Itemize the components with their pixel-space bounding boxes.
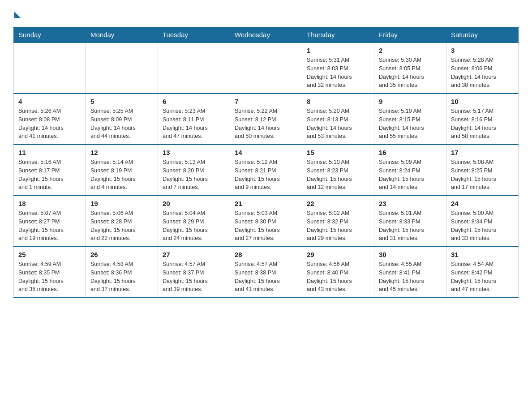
day-number: 20 [163,200,225,207]
day-info: Sunrise: 4:54 AM Sunset: 8:42 PM Dayligh… [451,260,514,294]
day-info: Sunrise: 5:00 AM Sunset: 8:34 PM Dayligh… [451,209,514,243]
calendar-day-cell: 26Sunrise: 4:58 AM Sunset: 8:36 PM Dayli… [86,247,158,298]
calendar-day-cell: 23Sunrise: 5:01 AM Sunset: 8:33 PM Dayli… [374,196,446,247]
day-info: Sunrise: 4:55 AM Sunset: 8:41 PM Dayligh… [379,260,442,294]
logo [13,9,22,18]
calendar-day-cell: 15Sunrise: 5:10 AM Sunset: 8:23 PM Dayli… [302,145,374,196]
calendar-week-row: 18Sunrise: 5:07 AM Sunset: 8:27 PM Dayli… [14,196,519,247]
day-info: Sunrise: 4:56 AM Sunset: 8:40 PM Dayligh… [307,260,369,294]
day-number: 4 [18,98,81,105]
calendar-day-cell: 2Sunrise: 5:30 AM Sunset: 8:05 PM Daylig… [374,43,446,94]
day-info: Sunrise: 4:58 AM Sunset: 8:36 PM Dayligh… [90,260,153,294]
weekday-header-friday: Friday [374,27,446,43]
day-info: Sunrise: 5:07 AM Sunset: 8:27 PM Dayligh… [18,209,81,243]
day-number: 13 [163,149,225,156]
calendar-day-cell [230,43,302,94]
day-info: Sunrise: 5:22 AM Sunset: 8:12 PM Dayligh… [235,107,297,141]
calendar-day-cell: 27Sunrise: 4:57 AM Sunset: 8:37 PM Dayli… [158,247,230,298]
calendar-day-cell: 13Sunrise: 5:13 AM Sunset: 8:20 PM Dayli… [158,145,230,196]
day-info: Sunrise: 5:12 AM Sunset: 8:21 PM Dayligh… [235,158,297,192]
calendar-day-cell [86,43,158,94]
day-number: 28 [235,251,297,258]
day-number: 9 [379,98,442,105]
calendar-day-cell: 30Sunrise: 4:55 AM Sunset: 8:41 PM Dayli… [374,247,446,298]
day-info: Sunrise: 5:17 AM Sunset: 8:16 PM Dayligh… [451,107,514,141]
day-info: Sunrise: 5:30 AM Sunset: 8:05 PM Dayligh… [379,56,442,90]
day-number: 1 [307,47,369,54]
calendar-day-cell: 24Sunrise: 5:00 AM Sunset: 8:34 PM Dayli… [446,196,519,247]
weekday-header-thursday: Thursday [302,27,374,43]
day-number: 22 [307,200,369,207]
calendar-day-cell: 29Sunrise: 4:56 AM Sunset: 8:40 PM Dayli… [302,247,374,298]
day-number: 26 [90,251,153,258]
calendar-table: SundayMondayTuesdayWednesdayThursdayFrid… [13,27,519,298]
calendar-day-cell: 20Sunrise: 5:04 AM Sunset: 8:29 PM Dayli… [158,196,230,247]
calendar-day-cell: 21Sunrise: 5:03 AM Sunset: 8:30 PM Dayli… [230,196,302,247]
day-number: 29 [307,251,369,258]
day-info: Sunrise: 5:20 AM Sunset: 8:13 PM Dayligh… [307,107,369,141]
day-number: 24 [451,200,514,207]
calendar-day-cell: 6Sunrise: 5:23 AM Sunset: 8:11 PM Daylig… [158,94,230,145]
day-number: 30 [379,251,442,258]
calendar-day-cell: 5Sunrise: 5:25 AM Sunset: 8:09 PM Daylig… [86,94,158,145]
calendar-day-cell: 3Sunrise: 5:28 AM Sunset: 8:06 PM Daylig… [446,43,519,94]
day-info: Sunrise: 5:10 AM Sunset: 8:23 PM Dayligh… [307,158,369,192]
day-number: 25 [18,251,81,258]
calendar-day-cell: 1Sunrise: 5:31 AM Sunset: 8:03 PM Daylig… [302,43,374,94]
day-number: 19 [90,200,153,207]
day-info: Sunrise: 5:03 AM Sunset: 8:30 PM Dayligh… [235,209,297,243]
calendar-day-cell: 11Sunrise: 5:16 AM Sunset: 8:17 PM Dayli… [14,145,86,196]
calendar-day-cell: 17Sunrise: 5:08 AM Sunset: 8:25 PM Dayli… [446,145,519,196]
day-number: 11 [18,149,81,156]
calendar-week-row: 25Sunrise: 4:59 AM Sunset: 8:35 PM Dayli… [14,247,519,298]
calendar-day-cell: 12Sunrise: 5:14 AM Sunset: 8:19 PM Dayli… [86,145,158,196]
day-number: 23 [379,200,442,207]
calendar-week-row: 11Sunrise: 5:16 AM Sunset: 8:17 PM Dayli… [14,145,519,196]
day-number: 21 [235,200,297,207]
calendar-day-cell: 8Sunrise: 5:20 AM Sunset: 8:13 PM Daylig… [302,94,374,145]
day-number: 3 [451,47,514,54]
day-number: 31 [451,251,514,258]
day-number: 7 [235,98,297,105]
day-number: 15 [307,149,369,156]
calendar-day-cell: 28Sunrise: 4:57 AM Sunset: 8:38 PM Dayli… [230,247,302,298]
calendar-day-cell: 4Sunrise: 5:26 AM Sunset: 8:08 PM Daylig… [14,94,86,145]
day-number: 17 [451,149,514,156]
calendar-week-row: 1Sunrise: 5:31 AM Sunset: 8:03 PM Daylig… [14,43,519,94]
day-info: Sunrise: 5:14 AM Sunset: 8:19 PM Dayligh… [90,158,153,192]
day-info: Sunrise: 5:19 AM Sunset: 8:15 PM Dayligh… [379,107,442,141]
day-info: Sunrise: 5:06 AM Sunset: 8:28 PM Dayligh… [90,209,153,243]
day-info: Sunrise: 4:57 AM Sunset: 8:38 PM Dayligh… [235,260,297,294]
day-info: Sunrise: 4:59 AM Sunset: 8:35 PM Dayligh… [18,260,81,294]
day-info: Sunrise: 5:04 AM Sunset: 8:29 PM Dayligh… [163,209,225,243]
calendar-day-cell: 16Sunrise: 5:09 AM Sunset: 8:24 PM Dayli… [374,145,446,196]
day-number: 2 [379,47,442,54]
calendar-day-cell: 7Sunrise: 5:22 AM Sunset: 8:12 PM Daylig… [230,94,302,145]
day-info: Sunrise: 4:57 AM Sunset: 8:37 PM Dayligh… [163,260,225,294]
day-number: 16 [379,149,442,156]
calendar-day-cell [14,43,86,94]
weekday-header-monday: Monday [86,27,158,43]
day-info: Sunrise: 5:08 AM Sunset: 8:25 PM Dayligh… [451,158,514,192]
day-info: Sunrise: 5:28 AM Sunset: 8:06 PM Dayligh… [451,56,514,90]
logo-arrow-icon [14,12,21,18]
day-info: Sunrise: 5:01 AM Sunset: 8:33 PM Dayligh… [379,209,442,243]
calendar-day-cell [158,43,230,94]
day-info: Sunrise: 5:31 AM Sunset: 8:03 PM Dayligh… [307,56,369,90]
day-number: 18 [18,200,81,207]
weekday-header-row: SundayMondayTuesdayWednesdayThursdayFrid… [14,27,519,43]
day-info: Sunrise: 5:23 AM Sunset: 8:11 PM Dayligh… [163,107,225,141]
calendar-day-cell: 14Sunrise: 5:12 AM Sunset: 8:21 PM Dayli… [230,145,302,196]
day-number: 8 [307,98,369,105]
calendar-day-cell: 31Sunrise: 4:54 AM Sunset: 8:42 PM Dayli… [446,247,519,298]
weekday-header-sunday: Sunday [14,27,86,43]
day-number: 12 [90,149,153,156]
day-number: 6 [163,98,225,105]
day-number: 27 [163,251,225,258]
weekday-header-tuesday: Tuesday [158,27,230,43]
day-info: Sunrise: 5:26 AM Sunset: 8:08 PM Dayligh… [18,107,81,141]
calendar-day-cell: 10Sunrise: 5:17 AM Sunset: 8:16 PM Dayli… [446,94,519,145]
day-info: Sunrise: 5:16 AM Sunset: 8:17 PM Dayligh… [18,158,81,192]
calendar-day-cell: 18Sunrise: 5:07 AM Sunset: 8:27 PM Dayli… [14,196,86,247]
weekday-header-saturday: Saturday [446,27,519,43]
